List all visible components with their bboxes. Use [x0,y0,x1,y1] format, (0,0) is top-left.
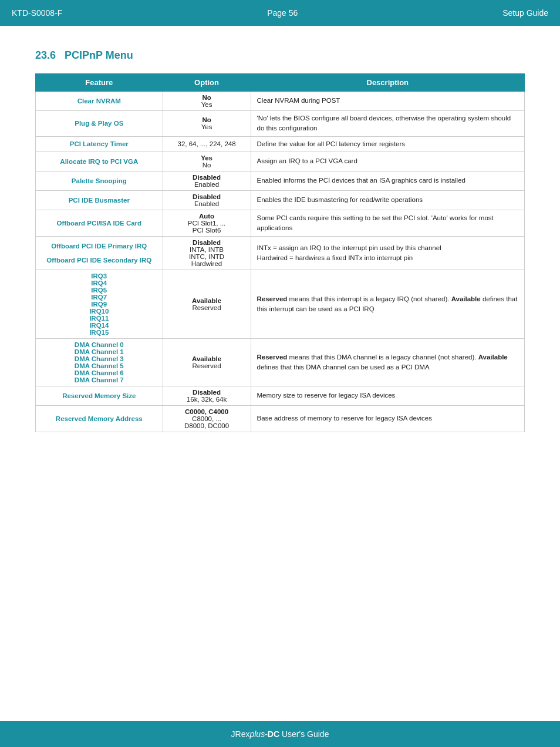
desc-cell: Clear NVRAM during POST [251,92,524,111]
brand-dc: DC [268,729,279,739]
feature-cell: PCI Latency Timer [36,136,163,152]
option-cell: C0000, C4000C8000, ...D8000, DC000 [163,405,251,432]
header-page-number: Page 56 [267,8,298,18]
option-cell: AvailableReserved [163,338,251,386]
section-number: 23.6 [35,49,56,61]
header-doc-id: KTD-S0008-F [12,8,62,18]
table-row: Palette SnoopingDisabledEnabledEnabled i… [36,171,525,190]
table-header-row: Feature Option Description [36,74,525,92]
features-table: Feature Option Description Clear NVRAMNo… [35,73,525,432]
desc-cell: Reserved means that this interrupt is a … [251,270,524,338]
desc-cell: Reserved means that this DMA channel is … [251,338,524,386]
table-row: Reserved Memory AddressC0000, C4000C8000… [36,405,525,432]
footer-brand: JRexplus-DC User's Guide [231,729,329,739]
option-cell: DisabledEnabled [163,171,251,190]
page-footer: JRexplus-DC User's Guide [0,721,560,747]
table-row: DMA Channel 0DMA Channel 1DMA Channel 3D… [36,338,525,386]
option-cell: DisabledINTA, INTBINTC, INTDHardwired [163,236,251,270]
feature-cell: DMA Channel 0DMA Channel 1DMA Channel 3D… [36,338,163,386]
option-cell: Disabled16k, 32k, 64k [163,386,251,405]
desc-cell: Assign an IRQ to a PCI VGA card [251,152,524,171]
section-name: PCIPnP Menu [65,49,133,61]
feature-cell: Palette Snooping [36,171,163,190]
table-row: Clear NVRAMNoYesClear NVRAM during POST [36,92,525,111]
table-row: Allocate IRQ to PCI VGAYesNoAssign an IR… [36,152,525,171]
col-description: Description [251,74,524,92]
table-row: Offboard PCI/ISA IDE CardAutoPCI Slot1, … [36,210,525,236]
option-cell: NoYes [163,111,251,137]
header-guide-title: Setup Guide [502,8,548,18]
main-content: 23.6 PCIPnP Menu Feature Option Descript… [0,26,560,479]
table-row: Offboard PCI IDE Primary IRQOffboard PCI… [36,236,525,270]
desc-cell: 'No' lets the BIOS configure all board d… [251,111,524,137]
section-title: 23.6 PCIPnP Menu [35,49,525,62]
table-row: Plug & Play OSNoYes'No' lets the BIOS co… [36,111,525,137]
option-cell: DisabledEnabled [163,190,251,210]
option-cell: NoYes [163,92,251,111]
option-cell: 32, 64, ..., 224, 248 [163,136,251,152]
option-cell: YesNo [163,152,251,171]
col-feature: Feature [36,74,163,92]
desc-cell: Enables the IDE busmastering for read/wr… [251,190,524,210]
feature-cell: Reserved Memory Size [36,386,163,405]
desc-cell: Memory size to reserve for legacy ISA de… [251,386,524,405]
desc-cell: Define the value for all PCI latency tim… [251,136,524,152]
desc-cell: INTx = assign an IRQ to the interrupt pi… [251,236,524,270]
feature-cell: Plug & Play OS [36,111,163,137]
table-row: PCI Latency Timer32, 64, ..., 224, 248De… [36,136,525,152]
table-row: IRQ3IRQ4IRQ5IRQ7IRQ9IRQ10IRQ11IRQ14IRQ15… [36,270,525,338]
table-row: PCI IDE BusmasterDisabledEnabledEnables … [36,190,525,210]
feature-cell: IRQ3IRQ4IRQ5IRQ7IRQ9IRQ10IRQ11IRQ14IRQ15 [36,270,163,338]
brand-suffix: User's Guide [279,729,329,739]
brand-j: J [231,729,235,739]
feature-cell: Allocate IRQ to PCI VGA [36,152,163,171]
feature-cell: Reserved Memory Address [36,405,163,432]
feature-cell: Clear NVRAM [36,92,163,111]
brand-plus: plus [249,729,265,739]
desc-cell: Some PCI cards require this setting to b… [251,210,524,236]
feature-cell: PCI IDE Busmaster [36,190,163,210]
brand-rex: Rex [235,729,250,739]
desc-cell: Enabled informs the PCI devices that an … [251,171,524,190]
feature-cell: Offboard PCI IDE Primary IRQOffboard PCI… [36,236,163,270]
page-header: KTD-S0008-F Page 56 Setup Guide [0,0,560,26]
table-row: Reserved Memory SizeDisabled16k, 32k, 64… [36,386,525,405]
option-cell: AutoPCI Slot1, ...PCI Slot6 [163,210,251,236]
col-option: Option [163,74,251,92]
option-cell: AvailableReserved [163,270,251,338]
feature-cell: Offboard PCI/ISA IDE Card [36,210,163,236]
desc-cell: Base address of memory to reserve for le… [251,405,524,432]
